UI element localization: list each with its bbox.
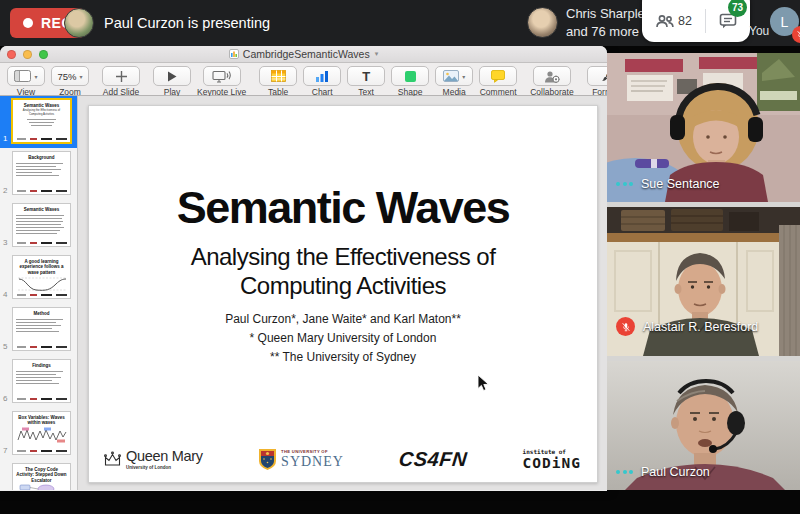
toolbar-text-button[interactable]: TText <box>347 66 385 97</box>
participant-name: Paul Curzon <box>641 465 710 479</box>
thumbnail-preview: A good learning experience follows a wav… <box>12 255 71 299</box>
window-title: CambridgeSemanticWaves <box>243 48 370 60</box>
slide-thumbnail-3[interactable]: 3Semantic Waves <box>0 200 77 252</box>
slide-number: 3 <box>3 238 7 247</box>
title-chevron-icon[interactable]: ▾ <box>375 50 379 58</box>
slide-subtitle: Analysing the Effectiveness of Computing… <box>89 243 597 301</box>
slide-thumbnail-4[interactable]: 4A good learning experience follows a wa… <box>0 252 77 304</box>
fullscreen-button[interactable] <box>39 50 48 59</box>
zoom-level-value: 75% <box>57 71 76 82</box>
toolbar-button-face <box>303 66 341 86</box>
presenter-avatar <box>64 8 94 38</box>
meet-panel-card: 82 73 <box>642 0 750 42</box>
keynote-live-icon <box>212 70 231 83</box>
media-icon <box>443 70 459 82</box>
meet-top-bar: REC Paul Curzon is presenting Chris Shar… <box>0 0 800 46</box>
cs4fn-logo: CS4FN <box>398 448 468 471</box>
slide-logos: Queen Mary University of London <box>103 442 581 476</box>
slide-thumbnail-1[interactable]: 1Semantic WavesAnalysing the Effectivene… <box>0 96 77 148</box>
crown-icon <box>103 451 122 467</box>
video-tile-paul-curzon[interactable]: Paul Curzon <box>607 361 800 490</box>
institute-of-coding-logo: institute of CODiNG <box>523 448 581 471</box>
play-icon <box>167 71 177 82</box>
slide-number: 5 <box>3 342 7 351</box>
toolbar-add-slide-button[interactable]: Add Slide <box>102 66 140 97</box>
toolbar-chart-button[interactable]: Chart <box>303 66 341 97</box>
toolbar-button-face <box>479 66 517 86</box>
self-view-label: You <box>749 24 769 38</box>
slide-number: 4 <box>3 290 7 299</box>
chevron-down-icon: ▾ <box>462 73 465 80</box>
slide-thumbnail-5[interactable]: 5Method <box>0 304 77 356</box>
thumbnail-preview: Method <box>12 307 71 351</box>
queen-mary-logo: Queen Mary University of London <box>103 448 203 470</box>
keynote-doc-icon <box>229 49 239 59</box>
thumbnail-preview: Findings <box>12 359 71 403</box>
meet-screen: REC Paul Curzon is presenting Chris Shar… <box>0 0 800 514</box>
keynote-titlebar: CambridgeSemanticWaves ▾ <box>0 46 607 63</box>
toolbar-button-face <box>587 66 607 86</box>
table-icon <box>271 70 286 82</box>
view-icon <box>14 70 31 82</box>
toolbar-group: Add Slide <box>102 66 140 97</box>
mouse-cursor-icon <box>477 374 490 396</box>
self-muted-mic-icon <box>792 26 800 43</box>
slide-thumbnail-8[interactable]: 8The Copy Code Activity: Stepped Down Es… <box>0 460 77 490</box>
participants-button[interactable]: 82 <box>655 13 692 29</box>
audio-activity-icon <box>616 470 633 474</box>
collaborate-icon <box>543 70 560 83</box>
participants-avatar <box>527 7 558 38</box>
chevron-down-icon: ▾ <box>34 73 37 80</box>
toolbar-group: ▾View75%▾Zoom <box>7 66 89 97</box>
divider <box>705 9 706 33</box>
slide-authors: Paul Curzon*, Jane Waite* and Karl Maton… <box>89 310 597 368</box>
toolbar-collaborate-button[interactable]: Collaborate <box>530 66 573 97</box>
toolbar-button-face: ▾ <box>7 66 45 86</box>
format-icon <box>599 69 607 83</box>
toolbar-format-button[interactable]: Format <box>587 66 607 97</box>
slide-thumbnail-2[interactable]: 2Background <box>0 148 77 200</box>
add-slide-icon <box>115 70 128 83</box>
toolbar-zoom-button[interactable]: 75%▾Zoom <box>51 66 89 97</box>
slide-thumbnail-list: 1Semantic WavesAnalysing the Effectivene… <box>0 96 78 490</box>
toolbar-button-face <box>259 66 297 86</box>
slide-number: 2 <box>3 186 7 195</box>
current-slide[interactable]: Semantic Waves Analysing the Effectivene… <box>88 105 598 483</box>
toolbar-view-button[interactable]: ▾View <box>7 66 45 97</box>
keynote-toolbar: ▾View75%▾ZoomAdd SlidePlayKeynote LiveTa… <box>0 63 607 96</box>
thumbnail-preview: Background <box>12 151 71 195</box>
toolbar-button-face <box>203 66 241 86</box>
video-tile-alastair-r-beresford[interactable]: Alastair R. Beresford <box>607 207 800 356</box>
toolbar-play-button[interactable]: Play <box>153 66 191 97</box>
chevron-down-icon: ▾ <box>80 73 83 80</box>
people-icon <box>655 13 675 29</box>
video-tile-sue-sentance[interactable]: Sue Sentance <box>607 53 800 202</box>
minimize-button[interactable] <box>23 50 32 59</box>
slide-thumbnail-6[interactable]: 6Findings <box>0 356 77 408</box>
video-panel: Sue Sentance Alastair R. Beresford Paul … <box>607 53 800 490</box>
participant-label: Paul Curzon <box>616 465 710 479</box>
shape-icon <box>405 71 416 82</box>
sydney-logo: THE UNIVERSITY OF SYDNEY <box>258 448 344 471</box>
toolbar-shape-button[interactable]: Shape <box>391 66 429 97</box>
thumbnail-preview: The Copy Code Activity: Stepped Down Esc… <box>12 463 71 490</box>
close-button[interactable] <box>7 50 16 59</box>
chart-icon <box>315 70 329 82</box>
thumbnail-preview: Semantic WavesAnalysing the Effectivenes… <box>11 98 72 144</box>
thumbnail-preview: Semantic Waves <box>12 203 71 247</box>
participants-primary: Chris Sharples <box>566 6 651 21</box>
toolbar-media-button[interactable]: ▾Media <box>435 66 473 97</box>
toolbar-comment-button[interactable]: Comment <box>479 66 517 97</box>
slide-number: 6 <box>3 394 7 403</box>
slide-thumbnail-7[interactable]: 7Box Variables: Waves within waves <box>0 408 77 460</box>
comment-icon <box>491 70 505 83</box>
toolbar-group: TableChartTTextShape▾MediaComment <box>259 66 517 97</box>
text-icon: T <box>362 70 370 83</box>
recording-dot-icon <box>23 18 33 28</box>
toolbar-button-face: ▾ <box>435 66 473 86</box>
presenting-text: Paul Curzon is presenting <box>104 0 270 46</box>
toolbar-button-face: T <box>347 66 385 86</box>
toolbar-table-button[interactable]: Table <box>259 66 297 97</box>
participant-name: Alastair R. Beresford <box>643 320 758 334</box>
toolbar-keynote-live-button[interactable]: Keynote Live <box>197 66 246 97</box>
